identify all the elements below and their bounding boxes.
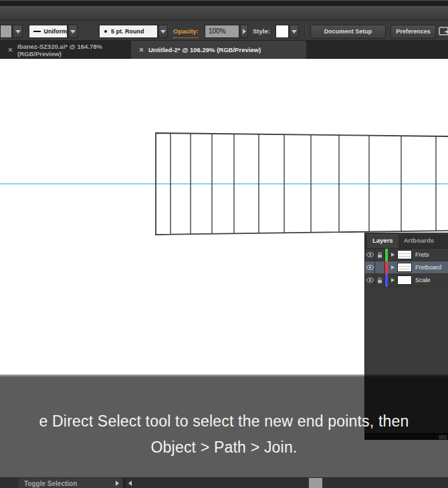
disclosure-triangle-icon[interactable] [391, 265, 395, 269]
preferences-button[interactable]: Preferences [390, 25, 436, 39]
application-bar [0, 6, 448, 21]
toggle-selection-label: Toggle Selection [19, 480, 116, 487]
close-icon[interactable] [8, 47, 13, 52]
disclosure-triangle-icon[interactable] [391, 278, 395, 282]
style-label: Style: [253, 25, 270, 38]
visibility-toggle[interactable] [365, 261, 375, 273]
chevron-down-icon [292, 30, 297, 33]
layer-thumbnail [397, 263, 412, 272]
toolbar-separator [305, 23, 306, 38]
document-setup-button[interactable]: Document Setup [310, 25, 386, 39]
caption-line-2: Object > Path > Join. [0, 439, 448, 457]
layer-row-fretboard[interactable]: Fretboard [365, 261, 448, 274]
chevron-down-icon [15, 30, 21, 33]
brush-dot-icon [104, 30, 107, 33]
go-to-bridge-icon[interactable] [439, 26, 448, 39]
arrow-left-icon[interactable] [128, 481, 132, 486]
layer-row-frets[interactable]: Frets [365, 249, 448, 261]
opacity-label[interactable]: Opacity: [173, 25, 199, 38]
lock-toggle[interactable] [375, 249, 385, 261]
tab-layers[interactable]: Layers [367, 233, 399, 248]
eye-icon [366, 265, 374, 270]
document-tab-bar: Ibanez-SZ320.ai* @ 164.78% (RGB/Preview)… [0, 41, 448, 59]
layer-thumbnail [397, 275, 412, 285]
application-window: Uniform 5 pt. Round Opacity: 100% Style:… [0, 0, 448, 488]
tab-artboards[interactable]: Artboards [399, 233, 439, 248]
layer-color-bar [385, 274, 388, 287]
disclosure-triangle-icon[interactable] [391, 253, 395, 257]
lock-icon [377, 277, 382, 283]
layer-name: Frets [415, 251, 429, 258]
layer-name: Fretboard [415, 264, 441, 271]
width-profile-icon [33, 31, 41, 32]
visibility-toggle[interactable] [365, 249, 375, 261]
visibility-toggle[interactable] [365, 274, 375, 286]
variable-width-dropdown-button[interactable] [68, 25, 78, 38]
style-dropdown-button[interactable] [290, 25, 299, 38]
eye-icon [366, 277, 374, 283]
layer-name: Scale [415, 277, 431, 283]
chevron-down-icon [160, 30, 166, 33]
opacity-spinner-button[interactable] [240, 25, 248, 38]
timeline-scrollbar-thumb[interactable] [309, 478, 322, 488]
arrow-right-icon[interactable] [116, 481, 119, 486]
control-bar: Uniform 5 pt. Round Opacity: 100% Style:… [0, 21, 448, 41]
eye-icon [366, 252, 374, 257]
lock-icon [377, 252, 382, 258]
tab-label: Ibanez-SZ320.ai* @ 164.78% (RGB/Preview) [17, 43, 131, 57]
window-title-strip [0, 0, 448, 6]
tab-untitled-2[interactable]: Untitled-2* @ 106.29% (RGB/Preview) [131, 41, 306, 59]
variable-width-profile-select[interactable]: Uniform [29, 25, 68, 38]
stroke-weight-field[interactable] [0, 25, 12, 38]
close-icon[interactable] [139, 47, 144, 52]
layer-color-bar [385, 249, 388, 261]
brush-definition-value: 5 pt. Round [111, 28, 144, 35]
caption-line-1: e Direct Select tool to select the new e… [0, 412, 448, 431]
toggle-selection-item[interactable]: Toggle Selection [19, 478, 123, 488]
brush-dropdown-button[interactable] [158, 25, 168, 38]
tab-label: Untitled-2* @ 106.29% (RGB/Preview) [148, 46, 261, 53]
layers-panel-header: Layers Artboards [365, 233, 448, 249]
stroke-weight-dropdown-button[interactable] [13, 25, 23, 38]
variable-width-profile-value: Uniform [44, 28, 68, 35]
opacity-input[interactable]: 100% [205, 25, 239, 38]
chevron-down-icon [70, 30, 76, 33]
layer-row-scale[interactable]: Scale [365, 274, 448, 287]
layer-thumbnail [397, 250, 412, 259]
style-swatch[interactable] [275, 25, 289, 38]
brush-definition-select[interactable]: 5 pt. Round [99, 25, 158, 38]
layer-color-bar [385, 261, 388, 274]
chevron-right-icon [243, 29, 246, 34]
bottom-bar: Toggle Selection [0, 477, 448, 488]
bottom-bar-divider [123, 478, 126, 488]
lock-toggle[interactable] [375, 274, 385, 286]
lock-toggle[interactable] [375, 261, 385, 273]
tab-ibanez-sz320[interactable]: Ibanez-SZ320.ai* @ 164.78% (RGB/Preview) [0, 41, 131, 59]
